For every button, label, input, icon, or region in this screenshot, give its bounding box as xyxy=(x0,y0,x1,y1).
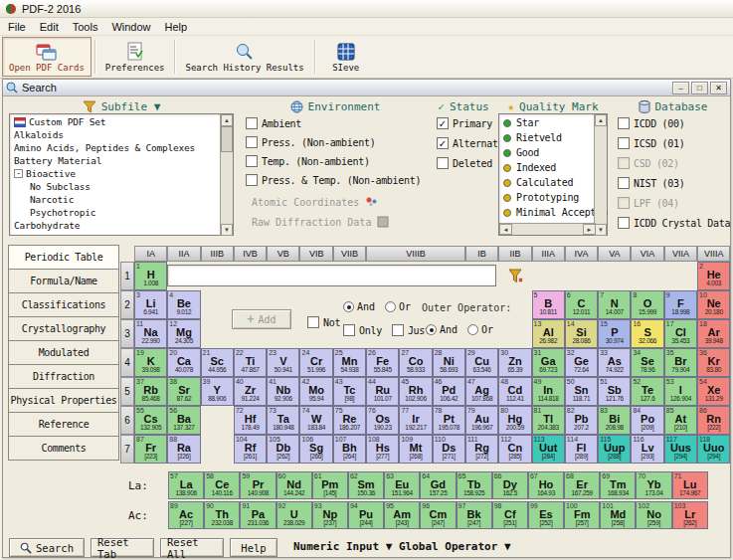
element-fl[interactable]: 114Fl[289] xyxy=(565,435,598,464)
group-header-iiib[interactable]: IIIB xyxy=(201,246,234,262)
numeric-input-dropdown[interactable]: Numeric Input ▼ xyxy=(293,540,392,553)
database-nist-03-checkbox[interactable]: NIST (03) xyxy=(618,177,685,189)
toolbar-button-sieve[interactable]: SIeve xyxy=(318,37,374,77)
element-b[interactable]: 5B10.811 xyxy=(532,290,565,319)
subfile-item-battery-material[interactable]: Battery Material xyxy=(11,154,219,167)
tab-comments[interactable]: Comments xyxy=(8,436,119,461)
group-header-ivb[interactable]: IVB xyxy=(234,246,267,262)
quality-list[interactable]: StarRietveldGoodIndexedCalculatedPrototy… xyxy=(498,113,608,236)
element-cs[interactable]: 55Cs132.905 xyxy=(134,406,167,435)
element-br[interactable]: 35Br79.904 xyxy=(664,348,697,377)
element-er[interactable]: 68Er167.259 xyxy=(564,471,600,499)
subfile-scrollbar[interactable]: ▲ ▼ xyxy=(220,114,233,236)
group-header-iia[interactable]: IIA xyxy=(167,246,200,262)
search-button[interactable]: Search xyxy=(9,538,85,557)
help-button[interactable]: Help xyxy=(230,538,277,557)
element-ti[interactable]: 22Ti47.867 xyxy=(234,348,267,377)
group-header-iib[interactable]: IIB xyxy=(498,246,531,262)
element-am[interactable]: 95Am[243] xyxy=(384,501,420,529)
subfile-item-no-subclass[interactable]: No Subclass xyxy=(11,180,219,193)
element-os[interactable]: 76Os190.23 xyxy=(366,406,399,435)
element-np[interactable]: 93Np[237] xyxy=(312,501,348,529)
scroll-up-icon[interactable]: ▲ xyxy=(221,114,233,126)
element-v[interactable]: 23V50.941 xyxy=(267,348,299,377)
scroll-down-icon[interactable]: ▼ xyxy=(595,224,607,236)
quality-vscrollbar[interactable]: ▲ ▼ xyxy=(594,114,607,236)
subfile-item-custom-pdf-set[interactable]: Custom PDF Set xyxy=(11,115,219,128)
element-f[interactable]: 9F18.998 xyxy=(664,290,697,319)
element-in[interactable]: 49In114.818 xyxy=(532,377,565,406)
scroll-thumb[interactable] xyxy=(221,126,233,152)
element-s[interactable]: 16S32.066 xyxy=(631,319,663,348)
menu-edit[interactable]: Edit xyxy=(33,19,66,35)
group-header-viiia[interactable]: VIIIA xyxy=(697,246,730,262)
add-button[interactable]: + Add xyxy=(232,309,291,329)
element-rf[interactable]: 104Rf[261] xyxy=(234,435,267,464)
scroll-track[interactable] xyxy=(221,152,233,224)
element-uup[interactable]: 115Uup[288] xyxy=(598,435,631,464)
element-no[interactable]: 102No[259] xyxy=(636,501,671,529)
element-cm[interactable]: 96Cm[247] xyxy=(420,501,456,529)
group-header-via[interactable]: VIA xyxy=(631,246,663,262)
element-li[interactable]: 3Li6.941 xyxy=(134,290,167,319)
toolbar-button-search-history-results[interactable]: Search History Results xyxy=(178,37,310,77)
element-cu[interactable]: 29Cu63.546 xyxy=(465,348,498,377)
element-ga[interactable]: 31Ga69.723 xyxy=(532,348,565,377)
element-ir[interactable]: 77Ir192.217 xyxy=(399,406,432,435)
element-ar[interactable]: 18Ar39.948 xyxy=(697,319,730,348)
tab-classifications[interactable]: Classifications xyxy=(8,292,119,317)
subfile-item-psychotropic[interactable]: Psychotropic xyxy=(11,206,219,219)
status-primary-checkbox[interactable]: ✓Primary xyxy=(437,117,492,129)
element-dy[interactable]: 66Dy162.5 xyxy=(492,471,528,499)
scroll-right-icon[interactable]: ► xyxy=(583,224,596,235)
element-hs[interactable]: 108Hs[277] xyxy=(366,435,399,464)
only-checkbox[interactable]: Only xyxy=(343,324,382,336)
element-cl[interactable]: 17Cl35.453 xyxy=(664,319,697,348)
element-ra[interactable]: 88Ra[226] xyxy=(167,435,200,464)
scroll-down-icon[interactable]: ▼ xyxy=(221,224,233,236)
element-mt[interactable]: 109Mt[268] xyxy=(399,435,432,464)
element-bh[interactable]: 107Bh[264] xyxy=(333,435,366,464)
element-y[interactable]: 39Y88.906 xyxy=(201,377,234,406)
element-sc[interactable]: 21Sc44.956 xyxy=(201,348,234,377)
tab-physical-properties[interactable]: Physical Properties xyxy=(8,388,119,413)
group-header-iiia[interactable]: IIIA xyxy=(532,246,565,262)
element-re[interactable]: 75Re186.207 xyxy=(333,406,366,435)
element-pd[interactable]: 46Pd106.42 xyxy=(433,377,465,406)
and-radio[interactable]: And xyxy=(343,301,375,312)
element-pa[interactable]: 91Pa231.036 xyxy=(240,501,275,529)
element-ac[interactable]: 89Ac[227] xyxy=(168,501,204,529)
element-tb[interactable]: 65Tb158.925 xyxy=(457,471,492,499)
group-header-ia[interactable]: IA xyxy=(134,246,167,262)
environment-press-temp-non-ambient-checkbox[interactable]: Press. & Temp. (Non-ambient) xyxy=(246,174,421,186)
element-lr[interactable]: 103Lr[262] xyxy=(672,501,708,529)
element-uus[interactable]: 117Uus[294] xyxy=(664,435,697,464)
quality-item-calculated[interactable]: Calculated xyxy=(500,175,594,190)
element-cf[interactable]: 98Cf[251] xyxy=(492,501,528,529)
close-button[interactable]: ✕ xyxy=(710,82,727,94)
element-at[interactable]: 85At[210] xyxy=(664,406,697,435)
element-sb[interactable]: 51Sb121.76 xyxy=(598,377,631,406)
subfile-item-amino-acids-peptides-complexes[interactable]: Amino Acids, Peptides & Complexes xyxy=(11,141,219,154)
element-fe[interactable]: 26Fe55.845 xyxy=(366,348,399,377)
element-be[interactable]: 4Be9.012 xyxy=(167,290,200,319)
element-al[interactable]: 13Al26.982 xyxy=(532,319,565,348)
group-header-vb[interactable]: VB xyxy=(267,246,299,262)
element-ho[interactable]: 67Ho164.93 xyxy=(528,471,564,499)
element-ds[interactable]: 110Ds[271] xyxy=(433,435,465,464)
element-i[interactable]: 53I126.904 xyxy=(664,377,697,406)
element-p[interactable]: 15P30.974 xyxy=(598,319,631,348)
element-si[interactable]: 14Si28.086 xyxy=(565,319,598,348)
element-c[interactable]: 6C12.011 xyxy=(565,290,598,319)
element-mo[interactable]: 42Mo95.94 xyxy=(299,377,332,406)
status-alternate-checkbox[interactable]: ✓Alternate xyxy=(437,137,504,149)
element-mg[interactable]: 12Mg24.305 xyxy=(167,319,200,348)
group-header-ib[interactable]: IB xyxy=(465,246,498,262)
scroll-track[interactable] xyxy=(595,126,607,224)
element-rh[interactable]: 45Rh102.906 xyxy=(399,377,432,406)
status-deleted-checkbox[interactable]: Deleted xyxy=(437,157,492,169)
or-radio[interactable]: Or xyxy=(385,301,411,312)
element-u[interactable]: 92U238.029 xyxy=(276,501,312,529)
element-ca[interactable]: 20Ca40.078 xyxy=(167,348,200,377)
element-th[interactable]: 90Th232.038 xyxy=(204,501,240,529)
